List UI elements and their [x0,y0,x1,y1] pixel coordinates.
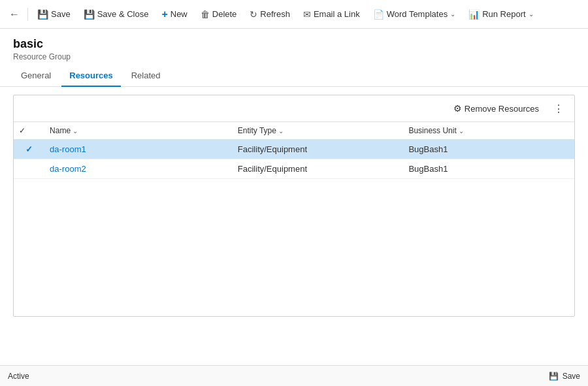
business-unit-header-label: Business Unit [408,126,456,135]
row-business-unit-cell: BugBash1 [403,140,574,159]
status-left: Active [8,372,29,381]
resources-grid: ⚙ Remove Resources ⋮ ✓ [13,95,575,317]
col-header-entity-type[interactable]: Entity Type ⌄ [233,122,404,140]
row-name-cell: da-room1 [44,140,233,159]
remove-resources-label: Remove Resources [465,104,539,114]
run-report-label: Run Report [482,9,525,19]
tab-bar: General Resources Related [0,61,588,87]
back-button[interactable]: ← [5,5,24,24]
word-templates-label: Word Templates [387,9,448,19]
new-button[interactable]: + New [156,6,192,23]
new-icon: + [161,8,167,20]
run-report-dropdown-arrow: ⌄ [529,10,534,18]
save-button[interactable]: 💾 Save [32,7,76,22]
more-options-button[interactable]: ⋮ [549,99,568,118]
table-header-row: ✓ Name ⌄ Entity Type ⌄ [14,122,574,140]
status-right: 💾 Save [549,372,580,381]
word-templates-button[interactable]: 📄 Word Templates ⌄ [368,7,461,22]
refresh-button[interactable]: ↻ Refresh [244,7,295,22]
tab-general[interactable]: General [13,67,59,87]
grid-toolbar: ⚙ Remove Resources ⋮ [14,95,574,122]
row-name-cell: da-room2 [44,159,233,179]
status-save-label: Save [563,372,580,381]
main-content: ⚙ Remove Resources ⋮ ✓ [0,87,588,365]
status-bar: Active 💾 Save [0,365,588,386]
name-sort-icon: ⌄ [73,127,78,135]
main-toolbar: ← 💾 Save 💾 Save & Close + New 🗑 Delete ↻… [0,0,588,29]
col-header-check[interactable]: ✓ [14,122,44,140]
entity-type-header-label: Entity Type [238,126,276,135]
delete-icon: 🗑 [201,9,210,20]
remove-resources-icon: ⚙ [453,103,462,114]
refresh-icon: ↻ [250,9,257,20]
run-report-button[interactable]: 📊 Run Report ⌄ [463,7,538,22]
more-options-icon: ⋮ [553,103,564,115]
check-mark-icon: ✓ [25,144,33,154]
row-check-cell[interactable]: ✓ [14,140,44,159]
entity-type-sort-icon: ⌄ [278,127,284,135]
business-unit-sort-icon: ⌄ [459,127,464,135]
row-business-unit-cell: BugBash1 [403,159,574,179]
delete-button[interactable]: 🗑 Delete [195,7,242,22]
resources-table: ✓ Name ⌄ Entity Type ⌄ [14,122,574,179]
col-header-business-unit[interactable]: Business Unit ⌄ [403,122,574,140]
status-save-icon: 💾 [549,372,559,381]
email-link-label: Email a Link [314,9,360,19]
grid-scroll[interactable]: ✓ Name ⌄ Entity Type ⌄ [14,122,574,316]
save-close-label: Save & Close [97,9,149,19]
table-row[interactable]: ✓da-room1Facility/EquipmentBugBash1 [14,140,574,159]
col-header-name[interactable]: Name ⌄ [44,122,233,140]
page-header: basic Resource Group [0,29,588,61]
remove-resources-button[interactable]: ⚙ Remove Resources [448,101,544,116]
save-close-icon: 💾 [84,9,95,20]
word-icon: 📄 [373,9,384,20]
refresh-label: Refresh [260,9,290,19]
email-icon: ✉ [303,9,311,20]
row-entity-type-cell: Facility/Equipment [233,140,404,159]
tab-related[interactable]: Related [123,67,169,87]
word-templates-dropdown-arrow: ⌄ [450,10,455,18]
row-check-cell[interactable] [14,159,44,179]
page-title: basic [13,37,575,52]
run-report-icon: 📊 [468,9,480,20]
row-name-link[interactable]: da-room2 [50,164,86,174]
status-badge: Active [8,372,29,381]
email-link-button[interactable]: ✉ Email a Link [298,7,365,22]
tab-resources[interactable]: Resources [61,67,120,87]
delete-label: Delete [212,9,237,19]
save-label: Save [51,9,71,19]
new-label: New [171,9,188,19]
table-row[interactable]: da-room2Facility/EquipmentBugBash1 [14,159,574,179]
save-close-button[interactable]: 💾 Save & Close [78,7,154,22]
row-entity-type-cell: Facility/Equipment [233,159,404,179]
toolbar-separator-1 [27,8,28,21]
page-subtitle: Resource Group [13,52,575,61]
row-name-link[interactable]: da-room1 [50,144,86,154]
name-header-label: Name [50,126,71,135]
save-icon: 💾 [37,9,48,20]
check-header-label: ✓ [19,126,25,135]
